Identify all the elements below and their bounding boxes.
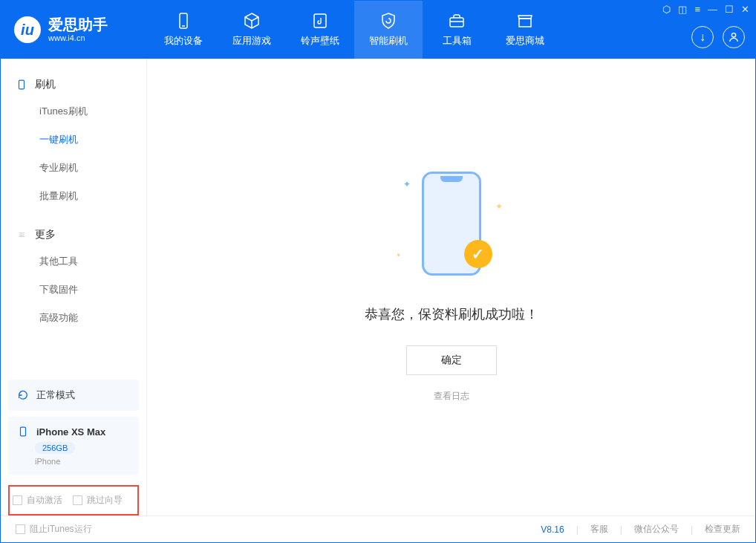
minimize-button[interactable]: —: [708, 4, 717, 15]
device-type: iPhone: [35, 457, 130, 466]
store-icon: [516, 12, 534, 30]
sidebar-item-one-click-flash[interactable]: 一键刷机: [1, 126, 146, 154]
footer: 阻止iTunes运行 V8.16 | 客服 | 微信公众号 | 检查更新: [1, 516, 755, 542]
sidebar-item-download-firmware[interactable]: 下载固件: [1, 276, 146, 304]
window-icon[interactable]: ◫: [678, 4, 687, 15]
ok-button[interactable]: 确定: [406, 345, 497, 375]
window-controls: ⬡ ◫ ≡ — ☐ ✕: [662, 4, 749, 15]
check-badge-icon: ✓: [464, 240, 492, 268]
close-button[interactable]: ✕: [741, 4, 749, 15]
device-icon: [175, 12, 192, 30]
sidebar: 刷机 iTunes刷机 一键刷机 专业刷机 批量刷机 ≡ 更多 其他工具 下载固…: [1, 59, 147, 516]
success-message: 恭喜您，保资料刷机成功啦！: [365, 305, 538, 323]
auto-activate-checkbox[interactable]: 自动激活: [13, 494, 62, 507]
view-log-link[interactable]: 查看日志: [434, 390, 469, 403]
sidebar-item-other-tools[interactable]: 其他工具: [1, 247, 146, 276]
svg-rect-7: [19, 80, 25, 89]
logo-url: www.i4.cn: [48, 33, 108, 43]
maximize-button[interactable]: ☐: [725, 4, 734, 15]
tab-my-device[interactable]: 我的设备: [149, 1, 218, 59]
device-mode-box[interactable]: 正常模式: [8, 380, 139, 411]
customer-service-link[interactable]: 客服: [590, 523, 608, 536]
version-label: V8.16: [541, 524, 564, 535]
user-icon[interactable]: [723, 26, 745, 48]
logo-area: iu 爱思助手 www.i4.cn: [1, 16, 149, 43]
main-content: ✦ ✦ • ✓ 恭喜您，保资料刷机成功啦！ 确定 查看日志: [147, 59, 755, 516]
logo-title: 爱思助手: [48, 16, 108, 33]
body-area: 刷机 iTunes刷机 一键刷机 专业刷机 批量刷机 ≡ 更多 其他工具 下载固…: [1, 59, 755, 516]
list-icon: ≡: [16, 229, 27, 241]
cube-icon: [243, 12, 261, 30]
sidebar-item-itunes-flash[interactable]: iTunes刷机: [1, 97, 146, 126]
toolbox-icon: [448, 12, 466, 30]
menu-icon[interactable]: ≡: [694, 4, 700, 15]
device-name: iPhone XS Max: [36, 426, 105, 438]
download-icon[interactable]: ↓: [691, 26, 714, 48]
music-file-icon: [311, 12, 329, 30]
sidebar-item-batch-flash[interactable]: 批量刷机: [1, 182, 146, 210]
svg-rect-3: [314, 14, 326, 27]
tab-apps[interactable]: 应用游戏: [218, 1, 286, 59]
svg-rect-4: [450, 18, 463, 27]
refresh-icon: [17, 389, 29, 401]
tab-ringtones[interactable]: 铃声壁纸: [286, 1, 354, 59]
section-flash: 刷机: [1, 72, 146, 97]
phone-device-icon: [17, 426, 29, 438]
wechat-link[interactable]: 微信公众号: [634, 523, 679, 536]
phone-small-icon: [16, 79, 27, 91]
header-right-icons: ↓: [691, 26, 745, 48]
main-tabs: 我的设备 应用游戏 铃声壁纸 智能刷机 工具箱 爱思商城: [149, 1, 559, 59]
sidebar-item-advanced[interactable]: 高级功能: [1, 304, 146, 332]
block-itunes-checkbox[interactable]: 阻止iTunes运行: [16, 523, 92, 536]
device-info-box[interactable]: iPhone XS Max 256GB iPhone: [8, 417, 139, 475]
sidebar-item-pro-flash[interactable]: 专业刷机: [1, 154, 146, 182]
tab-flash[interactable]: 智能刷机: [354, 1, 423, 59]
tab-store[interactable]: 爱思商城: [491, 1, 559, 59]
svg-point-6: [731, 33, 735, 37]
skip-guide-checkbox[interactable]: 跳过向导: [73, 494, 123, 507]
logo-icon: iu: [14, 16, 41, 43]
section-more: ≡ 更多: [1, 222, 146, 247]
svg-rect-8: [21, 427, 26, 436]
shield-refresh-icon: [379, 12, 397, 30]
header: iu 爱思助手 www.i4.cn 我的设备 应用游戏 铃声壁纸 智能刷机 工具…: [1, 1, 755, 59]
tab-toolbox[interactable]: 工具箱: [423, 1, 491, 59]
success-illustration: ✦ ✦ • ✓: [411, 172, 492, 283]
shirt-icon[interactable]: ⬡: [662, 4, 671, 15]
checkbox-row-highlighted: 自动激活 跳过向导: [8, 485, 139, 516]
check-update-link[interactable]: 检查更新: [705, 523, 740, 536]
logo-text: 爱思助手 www.i4.cn: [48, 16, 108, 43]
storage-badge: 256GB: [35, 442, 75, 454]
